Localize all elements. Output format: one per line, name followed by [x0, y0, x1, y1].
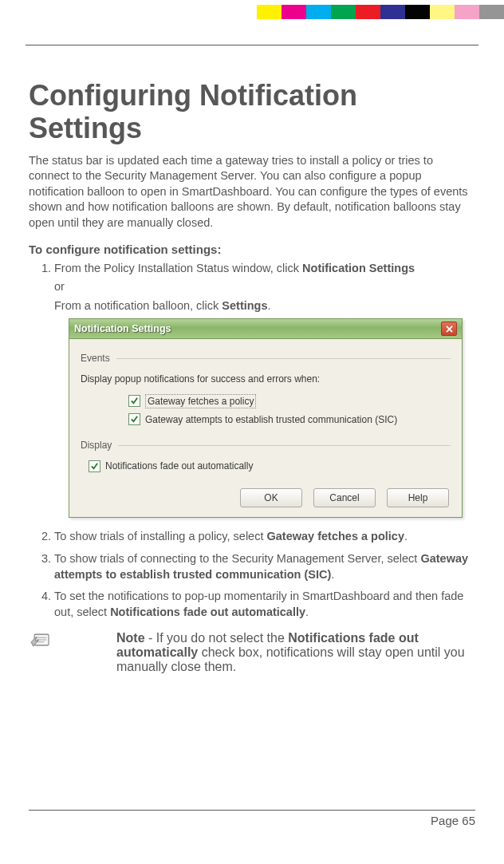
ok-button[interactable]: OK [240, 488, 302, 507]
check-icon [130, 415, 139, 424]
checkbox-row-3: Notifications fade out automatically [89, 460, 451, 472]
step-3: To show trials of connecting to the Secu… [54, 551, 475, 582]
step-1: From the Policy Installation Status wind… [54, 261, 475, 519]
note-block: Note - If you do not select the Notifica… [29, 631, 475, 674]
checkbox-gateway-sic-label: Gateway attempts to establish trusted co… [145, 413, 397, 426]
step-1-end: . [268, 299, 271, 312]
help-button[interactable]: Help [387, 488, 449, 507]
intro-paragraph: The status bar is updated each time a ga… [29, 153, 475, 231]
step-1-bold-b: Settings [222, 299, 267, 312]
step-1-or: or [54, 279, 475, 295]
dialog-titlebar: Notification Settings [69, 319, 462, 339]
cancel-button[interactable]: Cancel [313, 488, 376, 507]
checkbox-row-1: Gateway fetches a policy [128, 394, 451, 408]
header-color-bar [257, 5, 504, 19]
dialog-title-text: Notification Settings [74, 322, 171, 336]
step-4-end: . [305, 606, 309, 618]
step-1-text-b: From a notification balloon, click [54, 299, 222, 312]
checkbox-fade-out-label: Notifications fade out automatically [105, 460, 253, 472]
close-icon [446, 325, 453, 333]
note-text: Note - If you do not select the Notifica… [116, 631, 475, 674]
page-number: Page 65 [0, 811, 504, 843]
step-4-bold: Notifications fade out automatically [110, 606, 305, 618]
check-icon [90, 462, 99, 471]
events-label: Events [81, 352, 110, 365]
checkbox-gateway-sic[interactable] [128, 413, 140, 425]
display-group-header: Display [81, 439, 451, 452]
step-2-bold: Gateway fetches a policy [267, 530, 404, 542]
note-lead: Note [116, 631, 145, 645]
note-dash: - If you do not select the [145, 631, 289, 645]
page-title: Configuring Notification Settings [29, 79, 475, 145]
step-2-end: . [404, 530, 408, 542]
step-3-end: . [331, 568, 334, 581]
events-group-header: Events [81, 352, 451, 365]
note-icon [29, 631, 51, 649]
step-2-text: To show trials of installing a policy, s… [54, 530, 267, 542]
notification-settings-dialog: Notification Settings Events Display pop… [69, 318, 463, 518]
check-icon [130, 396, 139, 405]
checkbox-gateway-fetches[interactable] [128, 395, 140, 407]
dialog-close-button[interactable] [441, 322, 457, 336]
step-2: To show trials of installing a policy, s… [54, 529, 475, 545]
checkbox-gateway-fetches-label: Gateway fetches a policy [145, 394, 256, 408]
step-1-bold-a: Notification Settings [302, 262, 415, 274]
events-description: Display popup notifications for success … [81, 373, 451, 385]
procedure-heading: To configure notification settings: [29, 243, 475, 256]
checkbox-fade-out[interactable] [89, 460, 100, 472]
step-1-text-a: From the Policy Installation Status wind… [54, 262, 302, 274]
step-1-text-b-wrap: From a notification balloon, click Setti… [54, 298, 475, 314]
display-label: Display [81, 439, 112, 452]
step-4: To set the notifications to pop-up momen… [54, 589, 475, 620]
step-3-text: To show trials of connecting to the Secu… [54, 552, 420, 565]
checkbox-row-2: Gateway attempts to establish trusted co… [128, 413, 451, 426]
